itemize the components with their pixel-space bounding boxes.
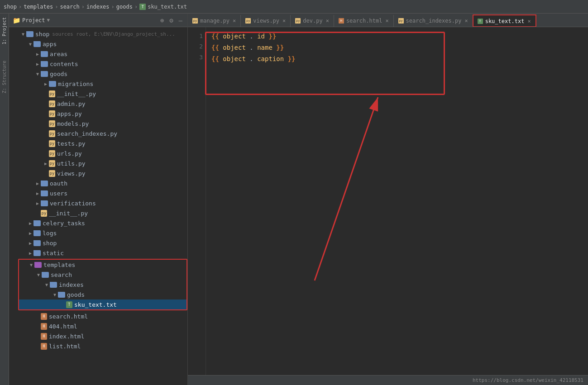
tree-item-contents[interactable]: ▶ contents (18, 59, 187, 69)
settings-btn[interactable]: ⚙ (168, 16, 174, 24)
tree-item-404-html[interactable]: H 404.html (18, 321, 187, 331)
tree-item-templates[interactable]: ▼ templates (19, 260, 186, 270)
main-layout: 1: Project Z: Structure 📁 Project ▼ ⊕ ⚙ … (0, 14, 588, 385)
breadcrumb-indexes: indexes (86, 4, 110, 10)
tab-close-search-idx[interactable]: × (464, 18, 468, 24)
sku-text-label: sku_text.txt (74, 301, 117, 308)
tab-label-manage: manage.py (200, 18, 229, 24)
dropdown-icon: ▼ (47, 17, 50, 23)
py-icon-apps: py (49, 110, 55, 117)
file-icon-small: T (139, 4, 146, 10)
status-bar: https://blog.csdn.net/weixin_42118531 (188, 375, 588, 385)
tree-item-urls-py[interactable]: py urls.py (18, 148, 187, 158)
vertical-tab-project[interactable]: 1: Project (1, 14, 8, 48)
list-html-label: list.html (49, 343, 81, 350)
areas-label: areas (50, 51, 67, 57)
breadcrumb-goods: goods (116, 4, 133, 10)
tmpl-attr-1: id (257, 33, 265, 40)
tree-item-init-apps[interactable]: py __init__.py (18, 208, 187, 218)
py-icon-utils: py (49, 160, 55, 167)
tab-close-dev[interactable]: × (326, 18, 329, 24)
folder-icon-users (41, 190, 48, 196)
tree-item-verifications[interactable]: ▶ verifications (18, 198, 187, 208)
tab-close-manage[interactable]: × (233, 18, 236, 24)
sidebar-title: 📁 Project ▼ (13, 17, 50, 24)
tabs-bar: py manage.py × py views.py × py dev.py ×… (188, 14, 588, 27)
sidebar-actions: ⊕ ⚙ — (159, 16, 184, 24)
tree-item-init-py-1[interactable]: py __init__.py (18, 89, 187, 99)
tree-item-sku-text[interactable]: T sku_text.txt (19, 299, 186, 309)
tree-item-oauth[interactable]: ▶ oauth (18, 178, 187, 188)
shop-root-subtitle: sources root, E:\ENV\Django_project_sh..… (52, 31, 175, 37)
tree-item-migrations[interactable]: ▶ migrations (18, 79, 187, 89)
tab-sku-text[interactable]: T sku_text.txt × (473, 15, 536, 27)
code-line-3: {{ object . caption }} (211, 53, 583, 65)
tab-label-sku-text: sku_text.txt (485, 18, 525, 24)
tree-item-search-html[interactable]: H search.html (18, 311, 187, 321)
sidebar-content: 📁 Project ▼ ⊕ ⚙ — ▼ shop sources root, E (9, 14, 187, 385)
tree-item-apps-py[interactable]: py apps.py (18, 109, 187, 119)
search-html-label: search.html (49, 313, 88, 320)
sidebar-title-text: Project (22, 17, 45, 24)
tree-item-goods-folder[interactable]: ▼ goods (19, 290, 186, 299)
html-icon-search: H (41, 313, 47, 320)
urls-py-label: urls.py (57, 150, 82, 157)
tmpl-attr-3: caption (257, 55, 284, 62)
project-tree[interactable]: ▼ shop sources root, E:\ENV\Django_proje… (9, 27, 187, 385)
tree-item-views-py[interactable]: py views.py (18, 168, 187, 178)
tab-manage-py[interactable]: py manage.py × (188, 15, 241, 27)
tab-search-html[interactable]: H search.html × (334, 15, 394, 27)
404-html-label: 404.html (49, 323, 77, 330)
tree-item-static[interactable]: ▶ static (18, 248, 187, 258)
add-btn[interactable]: ⊕ (159, 16, 165, 24)
admin-py-label: admin.py (57, 100, 86, 107)
status-url: https://blog.csdn.net/weixin_42118531 (473, 377, 583, 383)
tree-item-search-indexes-py[interactable]: py search_indexes.py (18, 128, 187, 138)
tree-item-goods[interactable]: ▼ goods (18, 69, 187, 79)
tree-item-areas[interactable]: ▶ areas (18, 49, 187, 59)
tree-item-users[interactable]: ▶ users (18, 188, 187, 198)
breadcrumb-templates: templates (24, 4, 53, 10)
tab-search-indexes[interactable]: py search_indexes.py × (394, 15, 473, 27)
tab-dev-py[interactable]: py dev.py × (291, 15, 334, 27)
tree-item-indexes-folder[interactable]: ▼ indexes (19, 280, 186, 290)
tree-item-index-html[interactable]: H index.html (18, 331, 187, 341)
tree-item-apps[interactable]: ▼ apps (18, 39, 187, 49)
code-line-1: {{ object . id }} (211, 31, 583, 42)
tree-item-celery[interactable]: ▶ celery_tasks (18, 218, 187, 228)
tab-close-views[interactable]: × (282, 18, 286, 24)
tree-item-models-py[interactable]: py models.py (18, 119, 187, 128)
tree-item-search-folder[interactable]: ▼ search (19, 270, 186, 280)
line-numbers: 1 2 3 (188, 27, 206, 375)
html-icon-list: H (41, 343, 47, 350)
tree-item-utils-py[interactable]: ▶ py utils.py (18, 158, 187, 168)
tree-item-logs[interactable]: ▶ logs (18, 228, 187, 238)
py-icon-views: py (49, 170, 55, 177)
tab-views-py[interactable]: py views.py × (241, 15, 291, 27)
tmpl-close-3: }} (288, 55, 296, 62)
search-folder-label: search (51, 271, 72, 278)
tmpl-dot-2: . (249, 44, 253, 51)
tmpl-attr-2: name (257, 44, 272, 51)
tree-item-tests-py[interactable]: py tests.py (18, 138, 187, 148)
tab-label-search-indexes: search_indexes.py (406, 18, 462, 24)
editor-container: py manage.py × py views.py × py dev.py ×… (188, 14, 588, 385)
code-content[interactable]: {{ object . id }} {{ object . name (206, 27, 588, 375)
tree-item-list-html[interactable]: H list.html (18, 341, 187, 351)
search-indexes-py-label: search_indexes.py (57, 130, 117, 137)
minimize-btn[interactable]: — (177, 16, 184, 24)
tree-item-shop-root[interactable]: ▼ shop sources root, E:\ENV\Django_proje… (18, 29, 187, 39)
line-num-1: 1 (188, 31, 203, 41)
tab-close-sku-text[interactable]: × (527, 18, 531, 24)
tab-close-search-html[interactable]: × (385, 18, 388, 24)
py-icon-admin: py (49, 100, 55, 107)
migrations-label: migrations (58, 81, 93, 87)
tree-item-admin-py[interactable]: py admin.py (18, 99, 187, 109)
vertical-tab-structure[interactable]: Z: Structure (1, 57, 8, 97)
py-icon-init-apps: py (41, 210, 47, 217)
templates-section-highlight: ▼ templates ▼ search ▼ indexes (18, 259, 187, 310)
folder-icon-shop (26, 31, 33, 37)
verifications-label: verifications (50, 200, 96, 207)
tree-item-shop[interactable]: ▶ shop (18, 238, 187, 248)
tmpl-open-2: {{ (211, 44, 219, 51)
